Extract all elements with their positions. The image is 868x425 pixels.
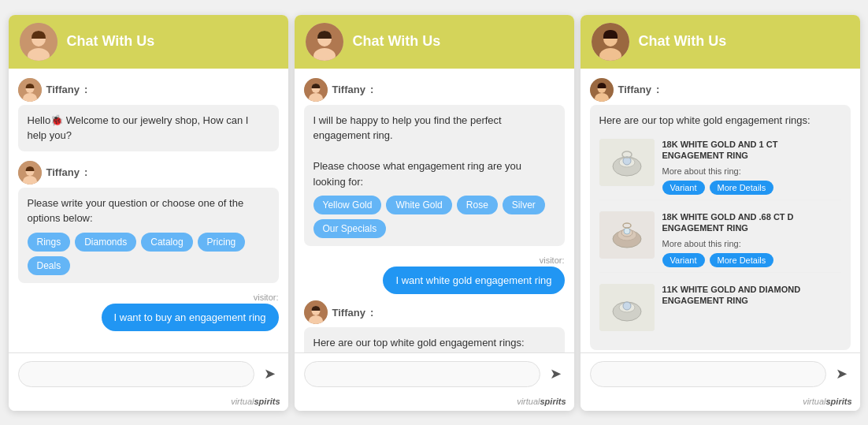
agent-bubble-1-0: Hello🐞 Welcome to our jewelry shop, How …: [18, 105, 279, 151]
agent-name-3-0: Tiffany: [618, 84, 651, 95]
product-image-1: [599, 139, 655, 186]
visitor-label-2-1: visitor:: [304, 255, 565, 265]
send-button-1[interactable]: ➤: [261, 362, 279, 386]
chat-header-1: Chat With Us: [9, 15, 288, 69]
product-name-1: 18K WHITE GOLD AND 1 CT ENGAGEMENT RING: [662, 139, 841, 162]
send-button-3[interactable]: ➤: [833, 362, 851, 386]
chat-body-1[interactable]: Tiffany : Hello🐞 Welcome to our jewelry …: [9, 69, 288, 352]
powered-by-2: virtualspirits: [295, 395, 574, 411]
product-variant-btn-1[interactable]: Variant: [662, 181, 705, 195]
product-details-btn-2[interactable]: More Details: [710, 253, 774, 267]
product-info-1: 18K WHITE GOLD AND 1 CT ENGAGEMENT RING …: [662, 139, 841, 195]
chat-header-2: Chat With Us: [295, 15, 574, 69]
product-info-3: 11K WHITE GOLD AND DIAMOND ENGAGEMENT RI…: [662, 284, 841, 310]
powered-by-1: virtualspirits: [9, 395, 288, 411]
chat-body-3[interactable]: Tiffany : Here are our top white gold en…: [581, 69, 860, 352]
visitor-row-1-2: visitor: I want to buy an engagement rin…: [18, 293, 279, 331]
chat-header-title-2: Chat With Us: [353, 33, 441, 50]
product-image-3: [599, 284, 655, 331]
qr-btn-diamonds[interactable]: Diamonds: [75, 233, 136, 252]
agent-message-group-2-2: Tiffany : Here are our top white gold en…: [304, 300, 565, 352]
agent-info-1-0: Tiffany :: [18, 78, 279, 102]
svg-point-38: [623, 302, 631, 310]
quick-reply-row-2-0: Yellow Gold White Gold Rose Silver Our S…: [313, 196, 555, 238]
agent-bubble-2-2: Here are our top white gold engagement r…: [304, 327, 565, 352]
product-info-2: 18K WHITE GOLD AND .68 CT D ENGAGEMENT R…: [662, 211, 841, 267]
chat-widget-1: Chat With Us Tiffany :: [9, 15, 288, 411]
agent-bubble-1-1: Please write your question or choose one…: [18, 188, 279, 283]
visitor-label-1-2: visitor:: [18, 293, 279, 302]
agent-info-2-2: Tiffany :: [304, 300, 565, 324]
agent-message-group-1-0: Tiffany : Hello🐞 Welcome to our jewelry …: [18, 78, 279, 151]
chat-widgets-container: Chat With Us Tiffany :: [9, 15, 860, 411]
svg-point-33: [624, 228, 630, 234]
agent-name-1-1: Tiffany: [46, 166, 80, 178]
agent-avatar-2-2: [304, 300, 328, 324]
chat-widget-2: Chat With Us Tiffany :: [295, 15, 574, 411]
product-card-1: 18K WHITE GOLD AND 1 CT ENGAGEMENT RING …: [599, 134, 841, 200]
chat-header-3: Chat With Us: [581, 15, 860, 69]
chat-footer-2: ➤: [295, 352, 574, 395]
product-card-3: 11K WHITE GOLD AND DIAMOND ENGAGEMENT RI…: [599, 279, 841, 336]
powered-by-3: virtualspirits: [581, 395, 860, 411]
product-image-2: [599, 211, 655, 259]
agent-name-2-0: Tiffany: [332, 84, 365, 95]
qr-btn-rose[interactable]: Rose: [457, 196, 498, 214]
agent-avatar-header-3: [592, 23, 629, 61]
agent-message-group-3-0: Tiffany : Here are our top white gold en…: [590, 78, 851, 351]
chat-widget-3: Chat With Us Tiffany :: [581, 15, 860, 411]
agent-info-2-0: Tiffany :: [304, 78, 565, 102]
agent-bubble-3-0: Here are our top white gold engagement r…: [590, 105, 851, 351]
chat-header-title-3: Chat With Us: [639, 33, 727, 50]
chat-footer-3: ➤: [581, 352, 860, 395]
chat-header-title-1: Chat With Us: [67, 33, 155, 50]
product-name-2: 18K WHITE GOLD AND .68 CT D ENGAGEMENT R…: [662, 211, 841, 234]
product-details-btn-1[interactable]: More Details: [710, 181, 774, 195]
qr-btn-our-specials[interactable]: Our Specials: [313, 219, 387, 238]
product-btns-2: Variant More Details: [662, 253, 841, 267]
agent-info-3-0: Tiffany :: [590, 78, 851, 102]
product-more-2: More about this ring:: [662, 237, 841, 251]
product-btns-1: Variant More Details: [662, 181, 841, 195]
agent-avatar-3-0: [590, 78, 614, 102]
chat-footer-1: ➤: [9, 352, 288, 395]
product-more-1: More about this ring:: [662, 165, 841, 178]
qr-btn-white-gold[interactable]: White Gold: [386, 196, 451, 214]
agent-avatar-1-1: [18, 161, 42, 185]
chat-input-1[interactable]: [18, 361, 254, 387]
agent-message-group-1-1: Tiffany : Please write your question or …: [18, 161, 279, 283]
visitor-row-2-1: visitor: I want white gold engagement ri…: [304, 255, 565, 294]
qr-btn-rings[interactable]: Rings: [28, 233, 71, 252]
chat-input-3[interactable]: [590, 361, 826, 387]
product-variant-btn-2[interactable]: Variant: [662, 253, 705, 267]
agent-message-group-2-0: Tiffany : I will be happy to help you fi…: [304, 78, 565, 247]
visitor-bubble-2-1: I want white gold engagement ring: [383, 267, 564, 294]
send-button-2[interactable]: ➤: [547, 362, 565, 386]
product-card-2: 18K WHITE GOLD AND .68 CT D ENGAGEMENT R…: [599, 207, 841, 273]
agent-avatar-1-0: [18, 78, 42, 102]
agent-name-2-2: Tiffany: [332, 307, 365, 319]
qr-btn-silver[interactable]: Silver: [503, 196, 545, 214]
visitor-bubble-1-2: I want to buy an engagement ring: [102, 304, 279, 331]
chat-input-2[interactable]: [304, 361, 540, 387]
agent-avatar-header-2: [306, 23, 343, 61]
quick-reply-row-1-1: Rings Diamonds Catalog Pricing Deals: [28, 233, 269, 275]
agent-avatar-header-1: [20, 23, 57, 61]
agent-avatar-2-0: [304, 78, 328, 102]
agent-info-1-1: Tiffany :: [18, 161, 279, 185]
qr-btn-catalog[interactable]: Catalog: [141, 233, 192, 252]
qr-btn-yellow-gold[interactable]: Yellow Gold: [313, 196, 382, 214]
chat-body-2[interactable]: Tiffany : I will be happy to help you fi…: [295, 69, 574, 352]
qr-btn-pricing[interactable]: Pricing: [198, 233, 246, 252]
qr-btn-deals[interactable]: Deals: [28, 256, 71, 275]
product-name-3: 11K WHITE GOLD AND DIAMOND ENGAGEMENT RI…: [662, 284, 841, 307]
agent-bubble-2-0: I will be happy to help you find the per…: [304, 105, 565, 247]
agent-name-1-0: Tiffany: [46, 84, 80, 95]
